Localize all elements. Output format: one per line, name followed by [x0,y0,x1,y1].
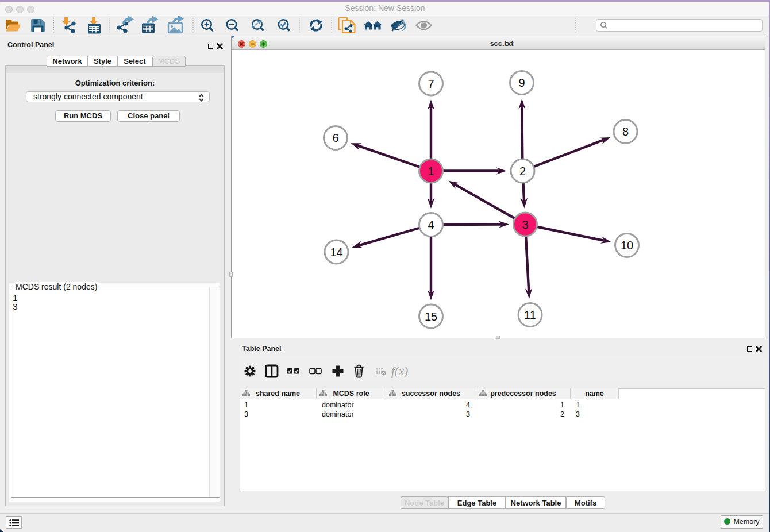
svg-text:11: 11 [524,309,536,321]
svg-text:15: 15 [425,310,437,323]
svg-text:f(x): f(x) [391,364,408,378]
svg-text:1: 1 [428,165,434,178]
svg-text:6: 6 [332,132,338,144]
svg-text:8: 8 [622,125,629,138]
svg-text:4: 4 [428,218,434,231]
svg-text:7: 7 [428,78,434,90]
svg-text:3: 3 [522,218,528,231]
svg-text:14: 14 [330,246,342,259]
svg-text:2: 2 [519,165,526,178]
svg-text:10: 10 [621,239,633,252]
svg-text:9: 9 [518,76,525,89]
